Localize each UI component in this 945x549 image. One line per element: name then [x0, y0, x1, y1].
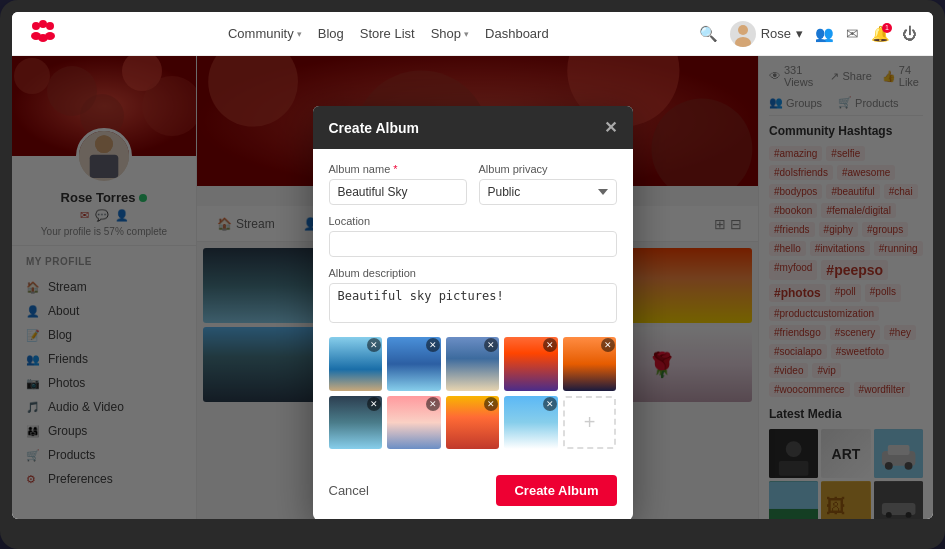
upload-photo-2: ✕ [387, 337, 441, 391]
modal-footer: Cancel Create Album [313, 475, 633, 519]
laptop-screen: Community ▾ Blog Store List Shop ▾ Dashb… [12, 12, 933, 519]
location-input[interactable] [329, 231, 617, 257]
logo-icon [28, 19, 58, 49]
remove-photo-button[interactable]: ✕ [484, 397, 498, 411]
upload-photo-8: ✕ [446, 396, 500, 450]
modal-header: Create Album ✕ [313, 106, 633, 149]
modal-body: Album name * Album privacy Public Friend… [313, 149, 633, 475]
friends-icon[interactable]: 👥 [815, 25, 834, 43]
upload-photo-1: ✕ [329, 337, 383, 391]
svg-point-2 [46, 22, 54, 30]
modal-close-button[interactable]: ✕ [604, 118, 617, 137]
location-label: Location [329, 215, 617, 227]
nav-storelist[interactable]: Store List [360, 26, 415, 41]
cancel-button[interactable]: Cancel [329, 483, 369, 498]
svg-point-1 [39, 20, 47, 28]
album-name-label: Album name * [329, 163, 467, 175]
create-album-modal: Create Album ✕ Album name * [313, 106, 633, 519]
avatar [730, 21, 756, 47]
chevron-down-icon: ▾ [464, 29, 469, 39]
nav-user[interactable]: Rose ▾ [730, 21, 803, 47]
photo-upload-grid: ✕ ✕ ✕ ✕ [329, 337, 617, 449]
required-marker: * [393, 163, 397, 175]
upload-photo-9: ✕ [504, 396, 558, 450]
description-textarea[interactable]: Beautiful sky pictures! [329, 283, 617, 323]
form-group-privacy: Album privacy Public Friends Private [479, 163, 617, 205]
remove-photo-button[interactable]: ✕ [543, 397, 557, 411]
chevron-down-icon: ▾ [796, 26, 803, 41]
messages-icon[interactable]: ✉ [846, 25, 859, 43]
svg-point-7 [735, 37, 751, 47]
album-name-input[interactable] [329, 179, 467, 205]
upload-photo-7: ✕ [387, 396, 441, 450]
form-group-album-name: Album name * [329, 163, 467, 205]
album-privacy-select[interactable]: Public Friends Private [479, 179, 617, 205]
laptop-frame: Community ▾ Blog Store List Shop ▾ Dashb… [0, 0, 945, 549]
upload-photo-5: ✕ [563, 337, 617, 391]
nav-blog[interactable]: Blog [318, 26, 344, 41]
nav-right: 🔍 Rose ▾ 👥 ✉ 🔔1 ⏻ [699, 21, 917, 47]
modal-title: Create Album [329, 120, 420, 136]
description-label: Album description [329, 267, 617, 279]
search-icon[interactable]: 🔍 [699, 25, 718, 43]
notifications-icon[interactable]: 🔔1 [871, 25, 890, 43]
nav-community[interactable]: Community ▾ [228, 26, 302, 41]
svg-point-0 [32, 22, 40, 30]
nav-links: Community ▾ Blog Store List Shop ▾ Dashb… [78, 26, 699, 41]
modal-overlay: Create Album ✕ Album name * [12, 56, 933, 519]
create-album-button[interactable]: Create Album [496, 475, 616, 506]
remove-photo-button[interactable]: ✕ [543, 338, 557, 352]
remove-photo-button[interactable]: ✕ [426, 397, 440, 411]
upload-photo-4: ✕ [504, 337, 558, 391]
top-nav: Community ▾ Blog Store List Shop ▾ Dashb… [12, 12, 933, 56]
svg-point-5 [45, 32, 55, 40]
remove-photo-button[interactable]: ✕ [426, 338, 440, 352]
remove-photo-button[interactable]: ✕ [367, 338, 381, 352]
form-row-name-privacy: Album name * Album privacy Public Friend… [329, 163, 617, 205]
remove-photo-button[interactable]: ✕ [367, 397, 381, 411]
upload-photo-3: ✕ [446, 337, 500, 391]
nav-shop[interactable]: Shop ▾ [431, 26, 469, 41]
add-photo-button[interactable]: + [563, 396, 617, 450]
form-group-location: Location [329, 215, 617, 257]
svg-point-6 [738, 25, 748, 35]
nav-dashboard[interactable]: Dashboard [485, 26, 549, 41]
album-privacy-label: Album privacy [479, 163, 617, 175]
main-content: Rose Torres ✉ 💬 👤 Your profile is 57% co… [12, 56, 933, 519]
upload-photo-6: ✕ [329, 396, 383, 450]
notification-badge: 1 [882, 23, 892, 33]
power-icon[interactable]: ⏻ [902, 25, 917, 42]
chevron-down-icon: ▾ [297, 29, 302, 39]
form-group-description: Album description Beautiful sky pictures… [329, 267, 617, 327]
